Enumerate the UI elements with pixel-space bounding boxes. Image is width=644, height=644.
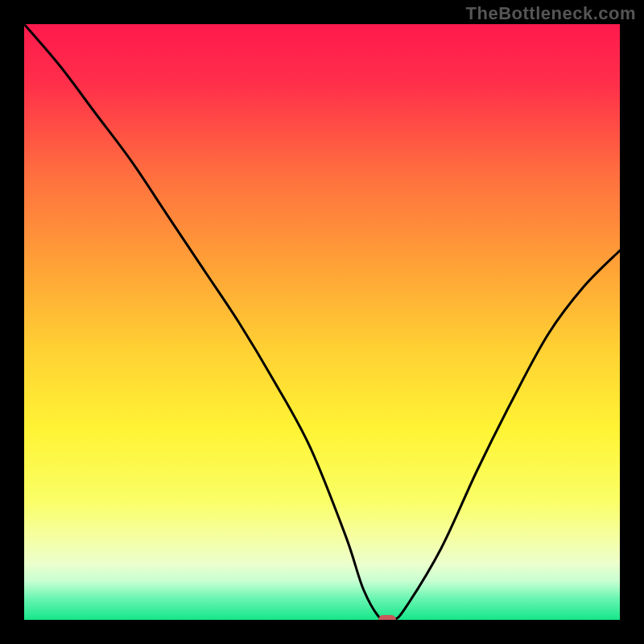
optimal-marker bbox=[378, 615, 396, 620]
plot-svg bbox=[24, 24, 620, 620]
plot-area bbox=[24, 24, 620, 620]
gradient-background bbox=[24, 24, 620, 620]
watermark-text: TheBottleneck.com bbox=[466, 3, 636, 24]
chart-frame: TheBottleneck.com bbox=[0, 0, 644, 644]
